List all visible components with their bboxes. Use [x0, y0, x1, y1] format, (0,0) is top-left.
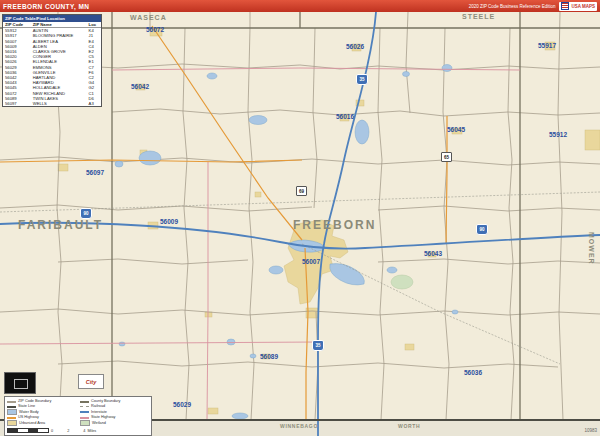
us-69-shield: 69	[296, 186, 307, 196]
edition-label: 2020 ZIP Code Business Reference Edition	[469, 4, 556, 9]
zip-label-56042: 56042	[131, 83, 149, 90]
zip-table-body: 55912AUSTINK455917BLOOMING PRAIRIEJ15600…	[3, 28, 101, 107]
city-logo-text: City	[86, 379, 96, 385]
scale-bar: 024 Miles	[7, 428, 149, 433]
flag-icon	[561, 2, 569, 10]
locator-inset-map	[4, 372, 36, 394]
county-label-worth: WORTH	[398, 423, 420, 429]
title-bar: FREEBORN COUNTY, MN 2020 ZIP Code Busine…	[0, 0, 600, 12]
county-label-waseca: WASECA	[130, 14, 167, 21]
zip-label-55917: 55917	[538, 42, 556, 49]
scale-line	[7, 428, 49, 433]
zip-label-56043: 56043	[424, 250, 442, 257]
county-label-winnebago: WINNEBAGO	[280, 423, 318, 429]
zip-label-56026: 56026	[346, 43, 364, 50]
legend-panel: ZIP Code BoundaryCounty BoundaryState Li…	[4, 396, 152, 436]
zip-label-56089: 56089	[260, 353, 278, 360]
zip-label-56036: 56036	[464, 369, 482, 376]
publisher-logo: USA MAPS	[559, 2, 597, 11]
zip-label-56045: 56045	[447, 126, 465, 133]
county-label-faribault: FARIBAULT	[18, 218, 103, 232]
interstate-90-shield-west: 90	[80, 208, 92, 219]
zip-label-56016: 56016	[336, 113, 354, 120]
city-publisher-logo: City	[78, 374, 104, 389]
page-title: FREEBORN COUNTY, MN	[3, 3, 89, 10]
map-sheet-number: 10983	[584, 428, 597, 433]
zip-label-56009: 56009	[160, 218, 178, 225]
interstate-35-shield-south: 35	[312, 340, 324, 351]
zip-label-56007: 56007	[302, 258, 320, 265]
wetland	[391, 275, 413, 289]
county-label-steele: STEELE	[462, 13, 495, 20]
us-65-shield: 65	[441, 152, 452, 162]
scale-unit: Miles	[87, 429, 96, 433]
county-label-mower: MOWER	[588, 232, 595, 265]
zip-table-title: ZIP Code Table/Find Location	[3, 15, 101, 22]
map-page: FREEBORN COUNTY, MN 2020 ZIP Code Busine…	[0, 0, 600, 436]
legend-items: ZIP Code BoundaryCounty BoundaryState Li…	[7, 399, 149, 426]
county-label-freeborn: FREEBORN	[293, 218, 376, 232]
scale-ticks: 024	[51, 429, 85, 433]
zip-label-56072: 56072	[146, 26, 164, 33]
legend-item: Wetland	[80, 420, 149, 426]
interstate-35-shield: 35	[356, 74, 368, 85]
interstate-90-shield-east: 90	[476, 224, 488, 235]
zip-label-56097: 56097	[86, 169, 104, 176]
map-area: WASECA STEELE FARIBAULT MOWER WINNEBAGO …	[0, 12, 600, 436]
publisher-logo-text: USA MAPS	[571, 4, 595, 9]
zip-label-56029: 56029	[173, 401, 191, 408]
zip-table-row: 56097WELLSA3	[3, 101, 101, 106]
legend-item: Urbanized Area	[7, 420, 76, 426]
zip-label-55912: 55912	[549, 131, 567, 138]
zip-code-table-panel: ZIP Code Table/Find Location ZIP Code ZI…	[2, 14, 102, 107]
